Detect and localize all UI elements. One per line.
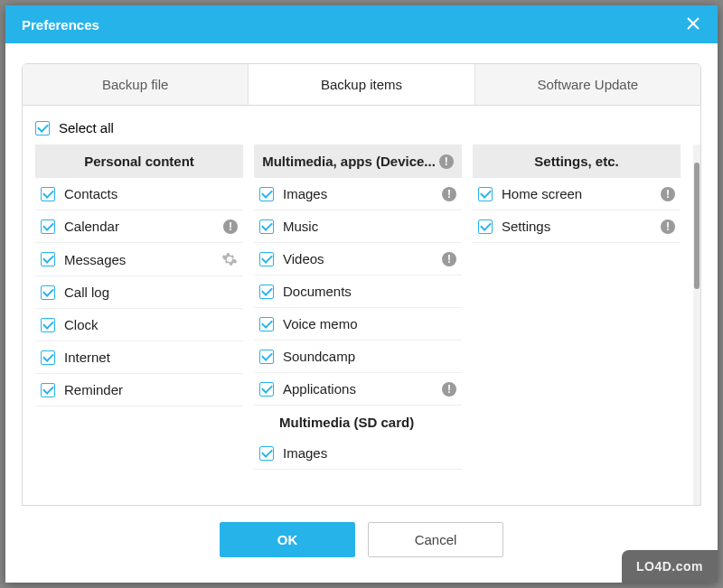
item-images[interactable]: Images ! — [254, 178, 462, 210]
label-voice-memo: Voice memo — [283, 316, 456, 331]
content-area: Backup file Backup items Software Update… — [5, 43, 718, 583]
label-contacts: Contacts — [64, 186, 238, 201]
item-messages[interactable]: Messages — [35, 243, 243, 276]
checkbox-sd-images[interactable] — [259, 446, 274, 461]
close-icon — [687, 17, 700, 33]
column-personal-header: Personal content — [35, 145, 243, 178]
footer: OK Cancel — [22, 506, 701, 574]
info-icon[interactable]: ! — [661, 187, 675, 201]
label-music: Music — [283, 219, 456, 234]
column-personal-header-text: Personal content — [84, 154, 194, 169]
column-multimedia-header: Multimedia, apps (Device... ! — [254, 145, 462, 178]
label-settings: Settings — [502, 219, 652, 234]
tabs: Backup file Backup items Software Update — [22, 63, 701, 106]
label-documents: Documents — [283, 284, 456, 299]
item-settings[interactable]: Settings ! — [473, 210, 681, 243]
column-settings: Settings, etc. Home screen ! Settings ! — [467, 145, 686, 498]
info-icon[interactable]: ! — [439, 154, 454, 169]
ok-button[interactable]: OK — [220, 522, 355, 557]
window-title: Preferences — [22, 17, 681, 33]
sub-header-sd-card: Multimedia (SD card) — [254, 406, 462, 437]
label-calendar: Calendar — [64, 219, 214, 234]
tab-backup-file[interactable]: Backup file — [23, 64, 249, 105]
column-settings-header-text: Settings, etc. — [534, 154, 618, 169]
item-home-screen[interactable]: Home screen ! — [473, 178, 681, 210]
checkbox-internet[interactable] — [41, 350, 55, 365]
item-music[interactable]: Music — [254, 210, 462, 243]
checkbox-reminder[interactable] — [41, 383, 55, 397]
item-documents[interactable]: Documents — [254, 275, 462, 308]
item-voice-memo[interactable]: Voice memo — [254, 308, 462, 341]
checkbox-call-log[interactable] — [41, 285, 55, 300]
item-contacts[interactable]: Contacts — [35, 178, 243, 210]
cancel-button[interactable]: Cancel — [368, 522, 503, 557]
tab-backup-items[interactable]: Backup items — [249, 64, 474, 105]
checkbox-messages[interactable] — [41, 252, 55, 266]
label-images: Images — [283, 186, 433, 201]
column-multimedia: Multimedia, apps (Device... ! Images ! M… — [249, 145, 467, 498]
label-soundcamp: Soundcamp — [283, 349, 456, 364]
column-personal: Personal content Contacts Calendar ! — [30, 145, 249, 498]
label-reminder: Reminder — [64, 382, 238, 397]
label-call-log: Call log — [64, 285, 238, 300]
label-home-screen: Home screen — [502, 186, 652, 201]
item-internet[interactable]: Internet — [35, 341, 243, 374]
item-clock[interactable]: Clock — [35, 309, 243, 341]
label-messages: Messages — [64, 252, 212, 267]
columns: Personal content Contacts Calendar ! — [23, 145, 693, 505]
info-icon[interactable]: ! — [223, 219, 238, 234]
checkbox-soundcamp[interactable] — [259, 350, 274, 364]
item-videos[interactable]: Videos ! — [254, 243, 462, 275]
preferences-window: Preferences Backup file Backup items Sof… — [5, 5, 718, 583]
checkbox-images[interactable] — [259, 187, 274, 201]
checkbox-voice-memo[interactable] — [259, 317, 274, 331]
select-all-label: Select all — [59, 120, 114, 135]
item-calendar[interactable]: Calendar ! — [35, 210, 243, 243]
checkbox-documents[interactable] — [259, 285, 274, 299]
checkbox-clock[interactable] — [41, 318, 55, 332]
tab-software-update[interactable]: Software Update — [475, 64, 700, 105]
select-all-checkbox[interactable] — [35, 121, 50, 135]
columns-wrap: Personal content Contacts Calendar ! — [23, 145, 700, 505]
label-sd-images: Images — [283, 445, 456, 461]
item-soundcamp[interactable]: Soundcamp — [254, 341, 462, 373]
checkbox-contacts[interactable] — [41, 187, 55, 201]
item-sd-images[interactable]: Images — [254, 437, 462, 470]
info-icon[interactable]: ! — [442, 187, 456, 201]
titlebar: Preferences — [5, 5, 718, 43]
label-videos: Videos — [283, 251, 433, 266]
watermark: LO4D.com — [622, 550, 718, 583]
checkbox-videos[interactable] — [259, 252, 274, 266]
column-multimedia-header-text: Multimedia, apps (Device... — [262, 154, 436, 169]
checkbox-settings[interactable] — [478, 219, 493, 234]
tab-panel: Select all Personal content Contacts — [22, 106, 701, 506]
info-icon[interactable]: ! — [442, 382, 456, 397]
item-reminder[interactable]: Reminder — [35, 374, 243, 406]
item-applications[interactable]: Applications ! — [254, 373, 462, 406]
info-icon[interactable]: ! — [661, 219, 675, 234]
gear-icon[interactable] — [221, 251, 238, 267]
checkbox-music[interactable] — [259, 219, 274, 234]
checkbox-calendar[interactable] — [41, 219, 55, 234]
info-icon[interactable]: ! — [442, 252, 456, 266]
label-internet: Internet — [64, 350, 238, 365]
item-call-log[interactable]: Call log — [35, 276, 243, 309]
close-button[interactable] — [681, 13, 705, 36]
column-settings-header: Settings, etc. — [473, 145, 681, 178]
label-applications: Applications — [283, 381, 433, 397]
checkbox-applications[interactable] — [259, 382, 274, 397]
scrollbar[interactable] — [693, 145, 700, 505]
checkbox-home-screen[interactable] — [478, 187, 493, 201]
scrollbar-thumb[interactable] — [694, 163, 700, 289]
label-clock: Clock — [64, 317, 238, 332]
select-all-row: Select all — [23, 115, 700, 145]
